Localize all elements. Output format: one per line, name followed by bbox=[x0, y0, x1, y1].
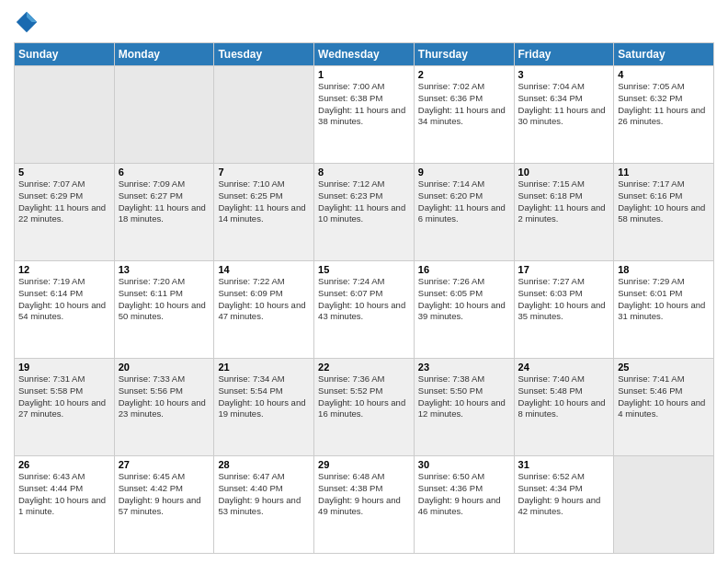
day-info: Sunrise: 7:38 AMSunset: 5:50 PMDaylight:… bbox=[418, 373, 510, 420]
day-cell: 6Sunrise: 7:09 AMSunset: 6:27 PMDaylight… bbox=[114, 164, 214, 261]
day-number: 8 bbox=[318, 167, 410, 178]
daylight-text: Daylight: 10 hours and 23 minutes. bbox=[119, 397, 210, 421]
day-number: 5 bbox=[18, 167, 110, 178]
day-number: 24 bbox=[518, 362, 610, 373]
day-cell bbox=[214, 66, 314, 164]
day-number: 29 bbox=[318, 459, 410, 470]
day-info: Sunrise: 7:40 AMSunset: 5:48 PMDaylight:… bbox=[518, 373, 610, 420]
daylight-text: Daylight: 10 hours and 39 minutes. bbox=[418, 300, 510, 324]
day-cell: 22Sunrise: 7:36 AMSunset: 5:52 PMDayligh… bbox=[314, 359, 415, 456]
sunrise-text: Sunrise: 7:02 AM bbox=[418, 81, 510, 93]
sunrise-text: Sunrise: 7:07 AM bbox=[18, 178, 110, 190]
day-info: Sunrise: 6:47 AMSunset: 4:40 PMDaylight:… bbox=[218, 471, 310, 518]
daylight-text: Daylight: 11 hours and 34 minutes. bbox=[418, 105, 510, 129]
day-cell: 4Sunrise: 7:05 AMSunset: 6:32 PMDaylight… bbox=[614, 66, 714, 164]
day-info: Sunrise: 7:05 AMSunset: 6:32 PMDaylight:… bbox=[618, 81, 710, 128]
daylight-text: Daylight: 10 hours and 50 minutes. bbox=[119, 300, 210, 324]
logo-icon bbox=[14, 9, 40, 35]
header-sunday: Sunday bbox=[15, 43, 115, 66]
day-info: Sunrise: 7:26 AMSunset: 6:05 PMDaylight:… bbox=[418, 276, 510, 323]
day-info: Sunrise: 6:48 AMSunset: 4:38 PMDaylight:… bbox=[318, 471, 410, 518]
daylight-text: Daylight: 10 hours and 54 minutes. bbox=[18, 300, 110, 324]
day-cell: 1Sunrise: 7:00 AMSunset: 6:38 PMDaylight… bbox=[314, 66, 415, 164]
day-cell: 14Sunrise: 7:22 AMSunset: 6:09 PMDayligh… bbox=[214, 261, 314, 359]
sunset-text: Sunset: 5:46 PM bbox=[618, 385, 710, 397]
sunset-text: Sunset: 4:44 PM bbox=[18, 483, 110, 495]
day-info: Sunrise: 7:29 AMSunset: 6:01 PMDaylight:… bbox=[618, 276, 710, 323]
day-number: 14 bbox=[218, 264, 310, 275]
sunset-text: Sunset: 6:23 PM bbox=[318, 190, 410, 202]
sunrise-text: Sunrise: 7:17 AM bbox=[618, 178, 710, 190]
day-info: Sunrise: 7:04 AMSunset: 6:34 PMDaylight:… bbox=[518, 81, 610, 128]
sunset-text: Sunset: 6:36 PM bbox=[418, 93, 510, 105]
day-info: Sunrise: 7:20 AMSunset: 6:11 PMDaylight:… bbox=[119, 276, 210, 323]
day-cell: 13Sunrise: 7:20 AMSunset: 6:11 PMDayligh… bbox=[114, 261, 214, 359]
day-number: 18 bbox=[618, 264, 710, 275]
daylight-text: Daylight: 11 hours and 30 minutes. bbox=[518, 105, 610, 129]
day-cell: 18Sunrise: 7:29 AMSunset: 6:01 PMDayligh… bbox=[614, 261, 714, 359]
header-wednesday: Wednesday bbox=[314, 43, 415, 66]
header-monday: Monday bbox=[114, 43, 214, 66]
sunset-text: Sunset: 6:18 PM bbox=[518, 190, 610, 202]
day-number: 31 bbox=[518, 459, 610, 470]
day-number: 6 bbox=[119, 167, 210, 178]
day-cell: 28Sunrise: 6:47 AMSunset: 4:40 PMDayligh… bbox=[214, 456, 314, 554]
sunset-text: Sunset: 4:40 PM bbox=[218, 483, 310, 495]
daylight-text: Daylight: 11 hours and 14 minutes. bbox=[218, 202, 310, 226]
sunrise-text: Sunrise: 7:14 AM bbox=[418, 178, 510, 190]
sunrise-text: Sunrise: 7:20 AM bbox=[119, 276, 210, 288]
day-number: 23 bbox=[418, 362, 510, 373]
daylight-text: Daylight: 10 hours and 19 minutes. bbox=[218, 397, 310, 421]
day-number: 11 bbox=[618, 167, 710, 178]
sunset-text: Sunset: 5:48 PM bbox=[518, 385, 610, 397]
sunset-text: Sunset: 5:56 PM bbox=[119, 385, 210, 397]
day-cell: 26Sunrise: 6:43 AMSunset: 4:44 PMDayligh… bbox=[15, 456, 115, 554]
sunrise-text: Sunrise: 7:22 AM bbox=[218, 276, 310, 288]
day-info: Sunrise: 7:24 AMSunset: 6:07 PMDaylight:… bbox=[318, 276, 410, 323]
daylight-text: Daylight: 11 hours and 2 minutes. bbox=[518, 202, 610, 226]
day-number: 30 bbox=[418, 459, 510, 470]
sunset-text: Sunset: 4:34 PM bbox=[518, 483, 610, 495]
day-cell: 2Sunrise: 7:02 AMSunset: 6:36 PMDaylight… bbox=[414, 66, 514, 164]
week-row-5: 26Sunrise: 6:43 AMSunset: 4:44 PMDayligh… bbox=[15, 456, 714, 554]
sunrise-text: Sunrise: 6:52 AM bbox=[518, 471, 610, 483]
sunset-text: Sunset: 6:09 PM bbox=[218, 288, 310, 300]
sunrise-text: Sunrise: 6:47 AM bbox=[218, 471, 310, 483]
sunrise-text: Sunrise: 7:33 AM bbox=[119, 373, 210, 385]
day-cell: 19Sunrise: 7:31 AMSunset: 5:58 PMDayligh… bbox=[15, 359, 115, 456]
sunrise-text: Sunrise: 7:09 AM bbox=[119, 178, 210, 190]
day-info: Sunrise: 7:17 AMSunset: 6:16 PMDaylight:… bbox=[618, 178, 710, 225]
sunrise-text: Sunrise: 7:04 AM bbox=[518, 81, 610, 93]
sunset-text: Sunset: 4:42 PM bbox=[119, 483, 210, 495]
daylight-text: Daylight: 10 hours and 35 minutes. bbox=[518, 300, 610, 324]
day-info: Sunrise: 7:19 AMSunset: 6:14 PMDaylight:… bbox=[18, 276, 110, 323]
week-row-2: 5Sunrise: 7:07 AMSunset: 6:29 PMDaylight… bbox=[15, 164, 714, 261]
day-cell bbox=[15, 66, 115, 164]
daylight-text: Daylight: 10 hours and 12 minutes. bbox=[418, 397, 510, 421]
sunrise-text: Sunrise: 7:26 AM bbox=[418, 276, 510, 288]
sunset-text: Sunset: 6:29 PM bbox=[18, 190, 110, 202]
day-cell: 31Sunrise: 6:52 AMSunset: 4:34 PMDayligh… bbox=[514, 456, 614, 554]
day-number: 10 bbox=[518, 167, 610, 178]
day-number: 2 bbox=[418, 69, 510, 80]
sunrise-text: Sunrise: 7:24 AM bbox=[318, 276, 410, 288]
sunset-text: Sunset: 5:52 PM bbox=[318, 385, 410, 397]
sunset-text: Sunset: 6:14 PM bbox=[18, 288, 110, 300]
sunrise-text: Sunrise: 6:45 AM bbox=[119, 471, 210, 483]
daylight-text: Daylight: 10 hours and 43 minutes. bbox=[318, 300, 410, 324]
day-info: Sunrise: 7:00 AMSunset: 6:38 PMDaylight:… bbox=[318, 81, 410, 128]
daylight-text: Daylight: 11 hours and 18 minutes. bbox=[119, 202, 210, 226]
sunrise-text: Sunrise: 7:15 AM bbox=[518, 178, 610, 190]
calendar-table: SundayMondayTuesdayWednesdayThursdayFrid… bbox=[14, 42, 714, 554]
day-number: 28 bbox=[218, 459, 310, 470]
day-info: Sunrise: 7:14 AMSunset: 6:20 PMDaylight:… bbox=[418, 178, 510, 225]
day-cell: 17Sunrise: 7:27 AMSunset: 6:03 PMDayligh… bbox=[514, 261, 614, 359]
sunset-text: Sunset: 6:11 PM bbox=[119, 288, 210, 300]
daylight-text: Daylight: 11 hours and 26 minutes. bbox=[618, 105, 710, 129]
day-number: 4 bbox=[618, 69, 710, 80]
page: SundayMondayTuesdayWednesdayThursdayFrid… bbox=[0, 0, 728, 563]
day-cell bbox=[114, 66, 214, 164]
day-cell: 10Sunrise: 7:15 AMSunset: 6:18 PMDayligh… bbox=[514, 164, 614, 261]
sunset-text: Sunset: 6:25 PM bbox=[218, 190, 310, 202]
day-cell: 21Sunrise: 7:34 AMSunset: 5:54 PMDayligh… bbox=[214, 359, 314, 456]
